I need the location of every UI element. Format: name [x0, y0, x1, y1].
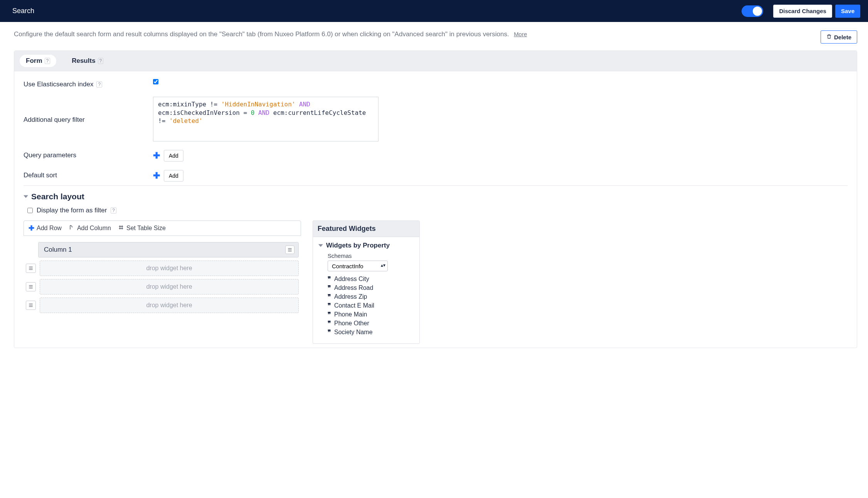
row-query-params: Query parameters ✚ Add: [24, 150, 848, 162]
plus-icon[interactable]: ✚: [153, 172, 160, 180]
quote-icon: ❞: [328, 302, 331, 309]
section-title: Search layout: [31, 192, 84, 201]
use-es-checkbox[interactable]: [153, 79, 158, 84]
widget-item[interactable]: ❞Address Zip: [328, 292, 414, 301]
add-row-button[interactable]: ✚ Add Row: [29, 224, 62, 232]
layout-columns: ✚ Add Row Add Column: [24, 220, 848, 344]
widget-item-label: Phone Other: [334, 320, 369, 327]
schema-select[interactable]: ContractInfo: [328, 261, 388, 271]
intro-row: Configure the default search form and re…: [14, 30, 857, 44]
column-label: Column 1: [44, 246, 72, 254]
label-query-params: Query parameters: [24, 151, 76, 159]
tab-results-label: Results: [72, 57, 95, 65]
main-panel: Form ? Results ? Use Elasticsearch index…: [14, 50, 857, 348]
plus-icon[interactable]: ✚: [153, 151, 160, 160]
add-default-sort-button[interactable]: Add: [164, 170, 183, 182]
save-button[interactable]: Save: [835, 5, 860, 18]
resize-icon: [118, 224, 124, 232]
widget-item-label: Address Zip: [334, 293, 367, 300]
page-title: Search: [12, 7, 34, 15]
query-filter-editor[interactable]: ecm:mixinType != 'HiddenInNavigation' AN…: [153, 97, 378, 141]
set-table-size-button[interactable]: Set Table Size: [118, 224, 166, 232]
help-icon[interactable]: ?: [111, 207, 116, 214]
widget-item-label: Contact E Mail: [334, 302, 374, 309]
drop-target[interactable]: drop widget here: [40, 298, 299, 313]
content: Configure the default search form and re…: [0, 22, 868, 357]
column-menu-button[interactable]: [285, 246, 294, 254]
set-table-size-label: Set Table Size: [126, 225, 166, 232]
drag-handle-icon[interactable]: [26, 301, 36, 310]
add-column-label: Add Column: [77, 225, 111, 232]
quote-icon: ❞: [328, 293, 331, 300]
add-column-button[interactable]: Add Column: [69, 224, 111, 232]
delete-button[interactable]: Delete: [821, 30, 857, 44]
widget-item[interactable]: ❞Address Road: [328, 283, 414, 292]
tab-results[interactable]: Results ?: [66, 55, 109, 67]
tab-form-label: Form: [26, 57, 42, 65]
help-icon[interactable]: ?: [96, 81, 102, 87]
widgets-by-property-label: Widgets by Property: [326, 242, 390, 249]
featured-widgets-title: Featured Widgets: [313, 221, 419, 237]
widget-list: ❞Address City❞Address Road❞Address Zip❞C…: [328, 274, 414, 336]
widget-item-label: Society Name: [334, 329, 373, 336]
schemas-label: Schemas: [328, 252, 414, 259]
drop-target[interactable]: drop widget here: [40, 261, 299, 276]
quote-icon: ❞: [328, 320, 331, 327]
toggle-thumb: [753, 7, 762, 16]
display-as-filter-label: Display the form as filter: [37, 207, 107, 214]
drag-handle-icon[interactable]: [26, 264, 36, 273]
add-row-label: Add Row: [37, 225, 62, 232]
topbar: Search Discard Changes Save: [0, 0, 868, 22]
column-add-icon: [69, 224, 75, 232]
column-header[interactable]: Column 1: [38, 242, 299, 257]
tabs-bar: Form ? Results ?: [14, 51, 857, 71]
caret-down-icon: [318, 243, 323, 249]
quote-icon: ❞: [328, 275, 331, 283]
caret-down-icon: [24, 194, 28, 200]
divider: [24, 185, 848, 186]
layout-designer: ✚ Add Row Add Column: [24, 220, 301, 316]
widget-item-label: Address City: [334, 276, 369, 283]
display-as-filter-checkbox[interactable]: [27, 208, 33, 213]
row-query-filter: Additional query filter ecm:mixinType !=…: [24, 97, 848, 141]
quote-icon: ❞: [328, 284, 331, 291]
form-area: Use Elasticsearch index ? Additional que…: [14, 71, 857, 348]
help-icon[interactable]: ?: [45, 58, 50, 64]
widget-item[interactable]: ❞Contact E Mail: [328, 301, 414, 310]
drop-row: drop widget here: [26, 298, 299, 313]
add-query-param-button[interactable]: Add: [164, 150, 183, 162]
featured-widgets-panel: Featured Widgets Widgets by Property Sch…: [313, 220, 420, 344]
designer-canvas: Column 1 drop widget here: [24, 236, 301, 313]
enable-toggle[interactable]: [742, 5, 763, 17]
quote-icon: ❞: [328, 311, 331, 318]
drag-handle-icon[interactable]: [26, 282, 36, 291]
drop-row: drop widget here: [26, 261, 299, 276]
widget-item[interactable]: ❞Society Name: [328, 328, 414, 336]
widget-item[interactable]: ❞Phone Other: [328, 319, 414, 328]
tab-form[interactable]: Form ?: [20, 55, 56, 67]
label-query-filter: Additional query filter: [24, 116, 85, 124]
section-search-layout[interactable]: Search layout: [24, 192, 848, 201]
trash-icon: [826, 34, 832, 40]
designer-toolbar: ✚ Add Row Add Column: [24, 220, 301, 236]
intro-text: Configure the default search form and re…: [14, 30, 509, 38]
widgets-by-property-toggle[interactable]: Widgets by Property: [318, 242, 414, 249]
row-default-sort: Default sort ✚ Add: [24, 170, 848, 182]
widget-item[interactable]: ❞Phone Main: [328, 310, 414, 319]
plus-icon: ✚: [29, 224, 34, 232]
widget-item[interactable]: ❞Address City: [328, 274, 414, 283]
label-use-es: Use Elasticsearch index: [24, 81, 93, 88]
quote-icon: ❞: [328, 328, 331, 336]
drop-target[interactable]: drop widget here: [40, 279, 299, 294]
widget-item-label: Phone Main: [334, 311, 367, 318]
help-icon[interactable]: ?: [98, 58, 104, 64]
label-default-sort: Default sort: [24, 172, 57, 179]
discard-changes-button[interactable]: Discard Changes: [773, 5, 832, 18]
widget-item-label: Address Road: [334, 284, 373, 291]
drop-row: drop widget here: [26, 279, 299, 294]
row-display-as-filter: Display the form as filter ?: [27, 207, 848, 214]
delete-label: Delete: [834, 34, 851, 40]
row-use-es: Use Elasticsearch index ?: [24, 79, 848, 88]
more-link[interactable]: More: [514, 31, 527, 37]
